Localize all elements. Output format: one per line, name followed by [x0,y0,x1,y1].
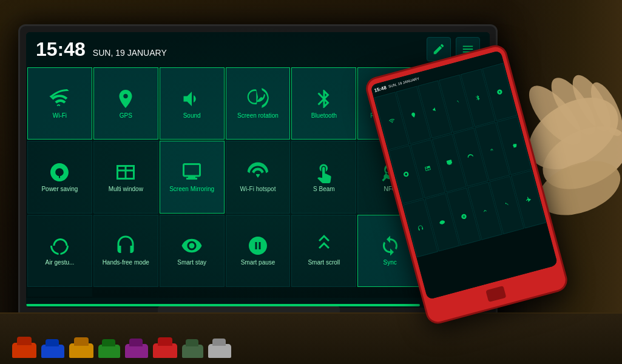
tile-multi-window[interactable]: Multi window [93,141,158,213]
toy-car-3 [69,343,93,358]
tile-power-saving[interactable]: Power saving [27,141,92,213]
tile-wifi[interactable]: Wi-Fi [27,67,92,140]
tv-date: SUN, 19 JANUARY [93,48,167,58]
phone-home-button[interactable] [485,286,506,302]
tile-power-saving-label: Power saving [41,186,78,193]
toy-car-5 [125,344,148,358]
tile-sound-label: Sound [183,112,201,120]
toy-car-6 [153,343,177,358]
toy-car-1 [12,343,36,358]
tile-smart-pause-label: Smart pause [241,259,276,266]
tile-screen-rotation[interactable]: Screen rotation [226,67,291,140]
tile-wifi-label: Wi-Fi [53,112,67,120]
tile-wifi-hotspot[interactable]: Wi-Fi hotspot [226,141,291,213]
tile-gps-label: GPS [120,112,132,120]
time-date: 15:48 SUN, 19 JANUARY [36,38,167,61]
tile-multi-window-label: Multi window [109,186,143,193]
tile-s-beam[interactable]: S Beam [291,141,356,213]
tile-empty [27,288,92,297]
tile-air-gesture[interactable]: Air gestu... [27,215,92,287]
tile-screen-mirroring-label: Screen Mirroring [169,186,214,193]
tile-screen-mirroring[interactable]: Screen Mirroring [160,141,225,213]
toy-car-7 [182,345,203,358]
tile-smart-scroll-label: Smart scroll [308,259,340,266]
tile-smart-stay-label: Smart stay [177,259,206,266]
toy-car-2 [41,345,64,358]
tile-sound[interactable]: Sound [160,67,225,140]
tile-hands-free-label: Hands-free mode [103,259,149,266]
tile-screen-rotation-label: Screen rotation [237,112,279,120]
tile-air-gesture-label: Air gestu... [46,259,75,266]
tile-s-beam-label: S Beam [313,186,335,193]
tile-wifi-hotspot-label: Wi-Fi hotspot [240,186,276,193]
tile-hands-free[interactable]: Hands-free mode [93,215,158,287]
toy-car-4 [98,345,120,358]
toy-car-8 [208,344,231,358]
tile-bluetooth-label: Bluetooth [311,112,337,120]
tile-smart-pause[interactable]: Smart pause [226,215,291,287]
tile-gps[interactable]: GPS [93,67,158,140]
tile-smart-stay[interactable]: Smart stay [160,215,225,287]
tile-bluetooth[interactable]: Bluetooth [291,67,356,140]
tv-time: 15:48 [36,38,86,61]
tile-smart-scroll[interactable]: Smart scroll [291,215,356,287]
